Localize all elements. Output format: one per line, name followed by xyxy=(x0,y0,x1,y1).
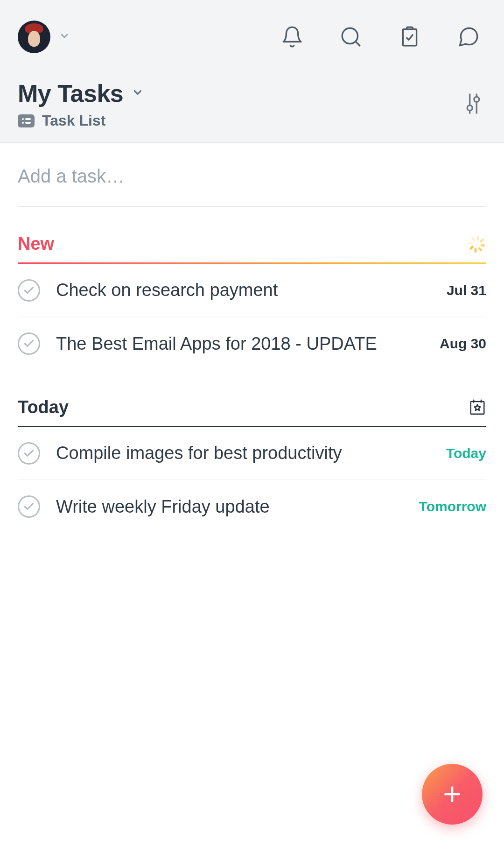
task-date: Tomorrow xyxy=(419,499,486,515)
list-view-badge-icon xyxy=(18,114,35,127)
top-bar xyxy=(0,0,504,61)
clipboard-check-icon[interactable] xyxy=(397,24,423,50)
svg-rect-7 xyxy=(471,401,484,414)
chat-icon[interactable] xyxy=(455,24,482,50)
section-today: Today Compile images for best productivi… xyxy=(18,397,486,533)
calendar-star-icon[interactable] xyxy=(469,398,486,417)
task-row[interactable]: Check on research payment Jul 31 xyxy=(18,264,486,317)
search-icon[interactable] xyxy=(338,24,364,50)
section-title-today[interactable]: Today xyxy=(18,397,69,417)
svg-point-6 xyxy=(474,97,479,102)
task-date: Today xyxy=(446,445,486,461)
complete-checkbox[interactable] xyxy=(18,495,40,518)
complete-checkbox[interactable] xyxy=(18,442,40,465)
task-row[interactable]: Compile images for best productivity Tod… xyxy=(18,427,486,480)
avatar-chevron-icon[interactable] xyxy=(59,30,70,43)
complete-checkbox[interactable] xyxy=(18,279,40,302)
complete-checkbox[interactable] xyxy=(18,332,40,355)
svg-marker-10 xyxy=(475,404,481,410)
section-new: New Check on research payment Jul 31 xyxy=(18,234,486,370)
section-title-new[interactable]: New xyxy=(18,234,54,254)
task-title: Check on research payment xyxy=(56,280,431,300)
add-fab-button[interactable] xyxy=(422,764,483,825)
task-row[interactable]: The Best Email Apps for 2018 - UPDATE Au… xyxy=(18,317,486,370)
notifications-icon[interactable] xyxy=(279,24,305,50)
page-title[interactable]: My Tasks xyxy=(18,79,123,107)
add-task-input[interactable] xyxy=(18,143,486,207)
title-chevron-icon[interactable] xyxy=(132,86,144,100)
loading-spinner-icon xyxy=(469,236,486,253)
task-title: Write weekly Friday update xyxy=(56,497,403,517)
task-date: Jul 31 xyxy=(447,282,486,298)
task-title: Compile images for best productivity xyxy=(56,443,430,463)
svg-point-4 xyxy=(467,105,472,110)
task-title: The Best Email Apps for 2018 - UPDATE xyxy=(56,334,424,354)
task-date: Aug 30 xyxy=(440,336,486,352)
svg-line-1 xyxy=(356,42,360,46)
avatar[interactable] xyxy=(18,21,50,53)
view-subtitle[interactable]: Task List xyxy=(42,112,105,129)
task-row[interactable]: Write weekly Friday update Tomorrow xyxy=(18,480,486,533)
filter-settings-icon[interactable] xyxy=(463,92,486,118)
